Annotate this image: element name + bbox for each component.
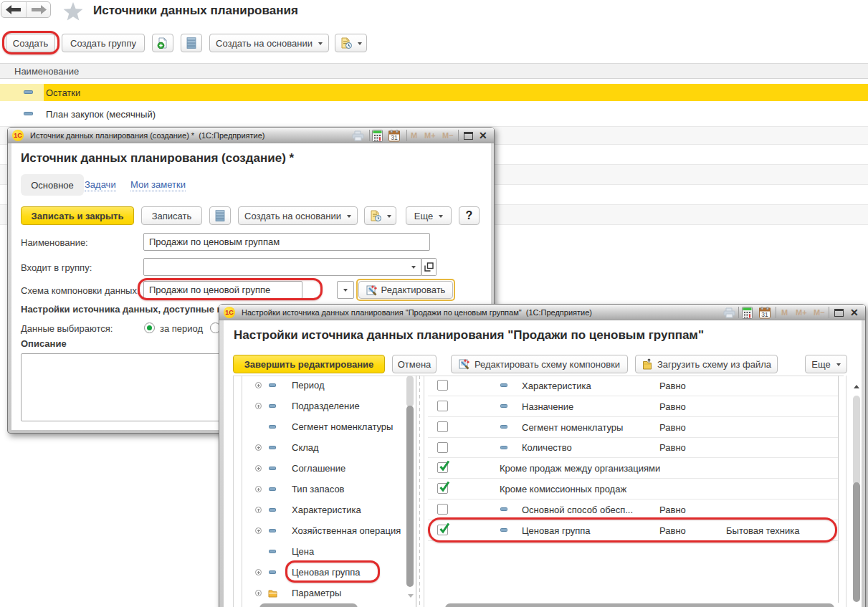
svg-text:31: 31 <box>761 311 768 318</box>
svg-text:31: 31 <box>391 134 398 141</box>
